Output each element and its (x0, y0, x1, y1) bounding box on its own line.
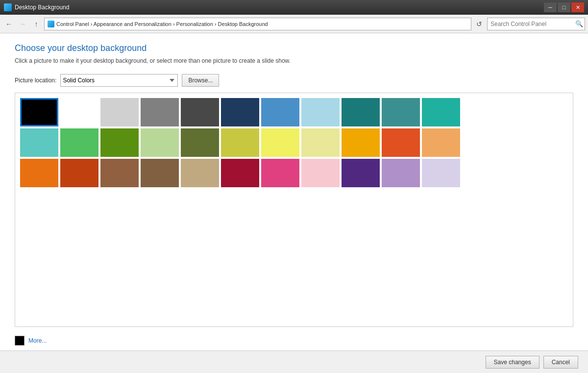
color-swatch[interactable] (20, 128, 58, 157)
selected-color-preview (15, 336, 24, 346)
more-link[interactable]: More... (28, 337, 47, 344)
color-swatch[interactable] (342, 159, 380, 187)
color-swatch[interactable] (181, 98, 219, 126)
close-button[interactable]: ✕ (571, 2, 584, 12)
color-swatch[interactable] (221, 98, 259, 126)
page-subtitle: Click a picture to make it your desktop … (15, 57, 573, 64)
forward-button[interactable]: → (17, 18, 28, 30)
search-wrapper: 🔍 (487, 18, 585, 30)
color-row-3 (20, 159, 568, 187)
main-content: Choose your desktop background Click a p… (0, 33, 588, 332)
color-row-2 (20, 128, 568, 157)
color-swatch[interactable] (100, 159, 139, 187)
color-swatch[interactable] (342, 128, 380, 157)
refresh-button[interactable]: ↺ (473, 18, 485, 30)
color-swatch[interactable] (342, 98, 380, 126)
color-swatch[interactable] (181, 159, 219, 187)
address-bar: Control Panel › Appearance and Personali… (44, 18, 471, 30)
up-button[interactable]: ↑ (30, 18, 42, 30)
color-grid (20, 98, 568, 187)
color-swatch[interactable] (221, 159, 259, 187)
search-button[interactable]: 🔍 (575, 20, 583, 28)
color-swatch[interactable] (301, 128, 340, 157)
color-swatch[interactable] (100, 128, 139, 157)
cancel-button[interactable]: Cancel (543, 356, 578, 369)
window-title: Desktop Background (15, 4, 69, 11)
picture-location-row: Picture location: Solid Colors Pictures … (15, 74, 573, 87)
color-swatch[interactable] (382, 128, 420, 157)
color-swatch[interactable] (261, 159, 299, 187)
color-swatch[interactable] (20, 159, 58, 187)
color-swatch[interactable] (181, 128, 219, 157)
back-button[interactable]: ← (3, 18, 15, 30)
color-swatch[interactable] (221, 128, 259, 157)
footer: Save changes Cancel (0, 350, 588, 373)
color-swatch[interactable] (141, 98, 179, 126)
color-swatch[interactable] (141, 159, 179, 187)
title-bar-left: Desktop Background (4, 3, 69, 11)
address-path: Control Panel › Appearance and Personali… (56, 21, 268, 27)
color-grid-container (15, 93, 573, 327)
page-title: Choose your desktop background (15, 43, 573, 53)
save-changes-button[interactable]: Save changes (486, 356, 539, 369)
color-swatch[interactable] (60, 98, 98, 126)
color-swatch[interactable] (20, 98, 58, 126)
color-swatch[interactable] (60, 128, 98, 157)
address-bar-icon (48, 21, 54, 27)
title-bar-controls: ─ □ ✕ (544, 2, 584, 12)
color-swatch[interactable] (422, 128, 460, 157)
color-swatch[interactable] (301, 98, 340, 126)
color-swatch[interactable] (422, 98, 460, 126)
color-swatch[interactable] (100, 98, 139, 126)
color-swatch[interactable] (141, 128, 179, 157)
title-bar: Desktop Background ─ □ ✕ (0, 0, 588, 15)
browse-button[interactable]: Browse... (182, 74, 219, 87)
picture-location-label: Picture location: (15, 77, 56, 84)
color-swatch[interactable] (422, 159, 460, 187)
color-swatch[interactable] (261, 128, 299, 157)
maximize-button[interactable]: □ (558, 2, 570, 12)
location-select[interactable]: Solid Colors Pictures Library Top Rated … (60, 74, 178, 87)
navigation-bar: ← → ↑ Control Panel › Appearance and Per… (0, 15, 588, 33)
color-row-1 (20, 98, 568, 126)
color-swatch[interactable] (301, 159, 340, 187)
color-swatch[interactable] (60, 159, 98, 187)
color-swatch[interactable] (382, 159, 420, 187)
bottom-section: More... (0, 332, 588, 350)
search-input[interactable] (487, 18, 585, 30)
color-swatch[interactable] (382, 98, 420, 126)
color-swatch[interactable] (261, 98, 299, 126)
minimize-button[interactable]: ─ (544, 2, 557, 12)
desktop-icon (4, 3, 12, 11)
